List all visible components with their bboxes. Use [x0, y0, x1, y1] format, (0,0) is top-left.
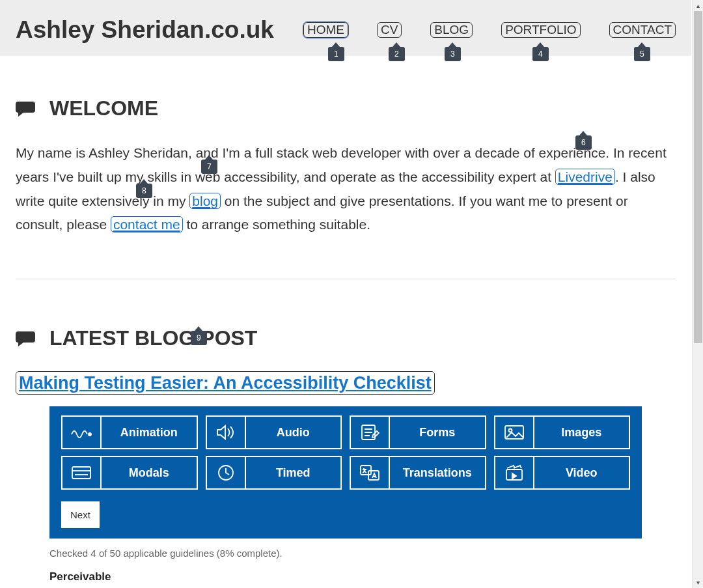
- checklist-label: Modals: [102, 466, 197, 480]
- blog-link[interactable]: blog: [189, 193, 221, 209]
- checklist-panel: Animation Audio Forms: [49, 406, 642, 539]
- latest-heading-text: LATEST BLOG POST: [49, 326, 257, 350]
- vertical-scrollbar[interactable]: ▴ ▾: [692, 0, 703, 588]
- livedrive-link[interactable]: Livedrive: [555, 169, 615, 185]
- site-header: Ashley Sheridan.co.uk HOME CV BLOG PORTF…: [0, 0, 691, 56]
- checklist-item-forms: Forms: [350, 415, 486, 449]
- images-icon: [495, 417, 534, 448]
- checklist-item-video: Video: [494, 456, 631, 490]
- timed-icon: [207, 457, 246, 488]
- nav-home[interactable]: HOME: [303, 22, 348, 38]
- welcome-heading-text: WELCOME: [49, 96, 158, 120]
- checklist-item-audio: Audio: [206, 415, 342, 449]
- animation-icon: [62, 417, 102, 448]
- site-title: Ashley Sheridan.co.uk: [16, 16, 274, 44]
- perceivable-subheading: Perceivable: [49, 570, 642, 583]
- latest-heading: LATEST BLOG POST: [16, 326, 676, 350]
- svg-rect-4: [72, 467, 90, 479]
- contact-me-link[interactable]: contact me: [111, 216, 183, 232]
- section-divider: [16, 279, 676, 279]
- main-content: WELCOME My name is Ashley Sheridan, and …: [0, 56, 691, 588]
- checklist-label: Images: [534, 426, 629, 440]
- audio-icon: [207, 417, 246, 448]
- checklist-label: Timed: [246, 466, 341, 480]
- modals-icon: [62, 457, 102, 488]
- svg-rect-6: [361, 466, 371, 475]
- checklist-label: Forms: [390, 426, 485, 440]
- checklist-label: Animation: [102, 426, 197, 440]
- svg-point-3: [508, 429, 512, 432]
- svg-point-0: [89, 433, 91, 436]
- checklist-grid: Animation Audio Forms: [61, 415, 630, 490]
- scrollbar-thumb[interactable]: [694, 11, 702, 343]
- checklist-label: Translations: [390, 466, 485, 480]
- latest-post-title-link[interactable]: Making Testing Easier: An Accessibility …: [16, 371, 435, 395]
- checklist-item-translations: Translations: [350, 456, 486, 490]
- welcome-heading: WELCOME: [16, 96, 676, 120]
- checklist-caption: Checked 4 of 50 applicable guidelines (8…: [49, 548, 642, 559]
- forms-icon: [351, 417, 390, 448]
- scroll-down-arrow[interactable]: ▾: [693, 577, 703, 588]
- nav-portfolio[interactable]: PORTFOLIO: [501, 22, 580, 38]
- next-button[interactable]: Next: [61, 501, 100, 528]
- nav-blog[interactable]: BLOG: [430, 22, 473, 38]
- checklist-item-timed: Timed: [206, 456, 342, 490]
- scroll-up-arrow[interactable]: ▴: [693, 0, 703, 11]
- checklist-preview: Animation Audio Forms: [49, 406, 642, 583]
- checklist-label: Audio: [246, 426, 341, 440]
- nav-contact[interactable]: CONTACT: [609, 22, 676, 38]
- translations-icon: [351, 457, 390, 488]
- checklist-item-modals: Modals: [61, 456, 198, 490]
- welcome-paragraph: My name is Ashley Sheridan, and I'm a fu…: [16, 141, 676, 237]
- checklist-item-animation: Animation: [61, 415, 198, 449]
- comment-icon: [16, 330, 35, 347]
- checklist-item-images: Images: [494, 415, 631, 449]
- video-icon: [495, 457, 534, 488]
- checklist-label: Video: [534, 466, 629, 480]
- nav-cv[interactable]: CV: [377, 22, 402, 38]
- main-nav: HOME CV BLOG PORTFOLIO CONTACT: [303, 22, 676, 38]
- comment-icon: [16, 100, 35, 117]
